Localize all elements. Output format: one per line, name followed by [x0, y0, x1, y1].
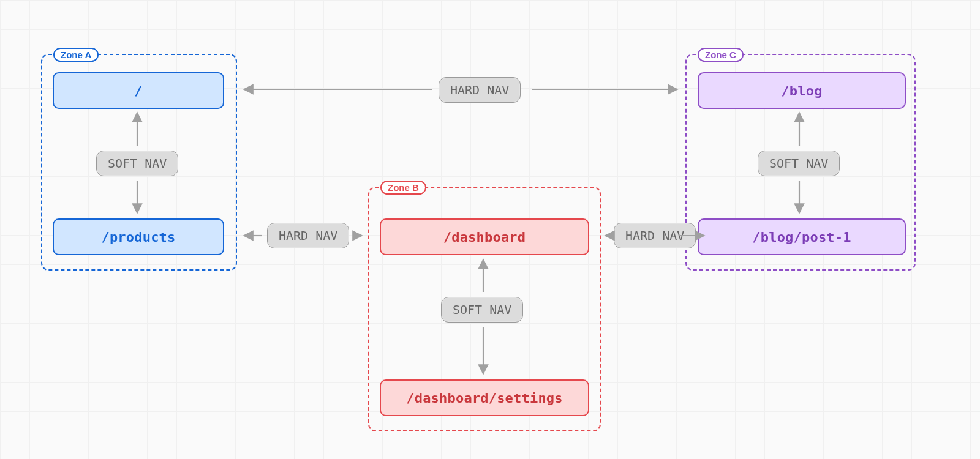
softnav-zone-b: SOFT NAV [441, 297, 523, 323]
route-dashboard: /dashboard [380, 218, 589, 255]
hardnav-a-b: HARD NAV [267, 223, 349, 248]
zone-a-label: Zone A [53, 48, 99, 62]
hardnav-a-c: HARD NAV [439, 77, 521, 103]
route-products: /products [53, 218, 224, 255]
zone-c-label: Zone C [698, 48, 744, 62]
route-dashboard-settings: /dashboard/settings [380, 379, 589, 416]
route-blog: /blog [698, 72, 906, 109]
zone-b-label: Zone B [380, 181, 426, 195]
diagram-canvas: Zone A / /products SOFT NAV Zone B /dash… [0, 0, 980, 459]
route-blog-post-1: /blog/post-1 [698, 218, 906, 255]
softnav-zone-a: SOFT NAV [96, 151, 178, 176]
hardnav-b-c: HARD NAV [614, 223, 696, 248]
route-root: / [53, 72, 224, 109]
softnav-zone-c: SOFT NAV [758, 151, 840, 176]
